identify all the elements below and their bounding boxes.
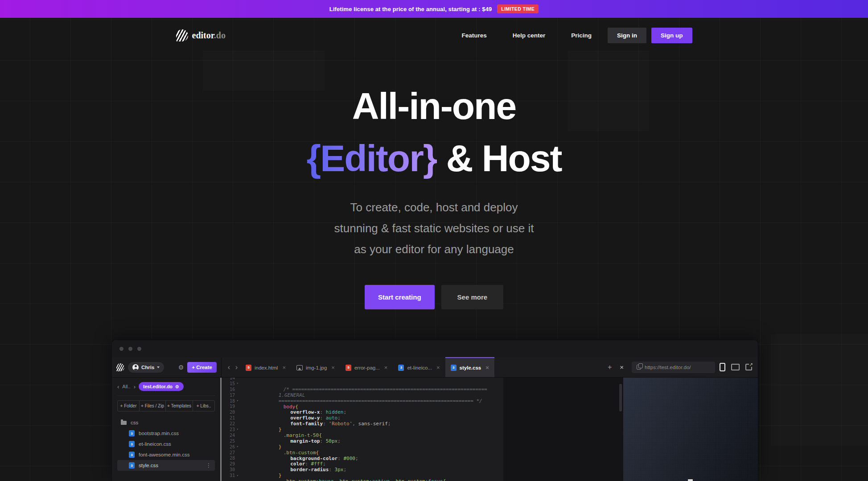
bg-patch <box>203 50 325 91</box>
line-number: 21 <box>222 415 235 420</box>
line-number: 17 <box>222 393 235 398</box>
fold-caret-icon[interactable]: ▾ <box>235 474 240 477</box>
file-menu-icon[interactable]: ⋮ <box>206 462 211 469</box>
line-number: 15 <box>222 381 235 386</box>
create-button[interactable]: + Create <box>187 362 217 373</box>
folder-row[interactable]: css <box>117 417 215 428</box>
start-creating-button[interactable]: Start creating <box>365 285 435 309</box>
desktop-view-icon[interactable] <box>731 364 740 370</box>
landing-page: Lifetime license at the price of the ann… <box>0 0 868 481</box>
css-file-icon <box>129 452 135 458</box>
mobile-view-icon[interactable] <box>720 363 725 371</box>
code-token: .btn-custom <box>393 478 425 481</box>
editor-tab[interactable]: img-1.jpg × <box>291 357 340 377</box>
file-type-icon <box>346 365 351 371</box>
breadcrumb-all[interactable]: All.. <box>122 384 130 389</box>
logo-suffix: .do <box>214 30 226 40</box>
code-token: .btn-custom <box>284 478 316 481</box>
sign-in-button[interactable]: Sign in <box>608 28 646 43</box>
explorer-action-button[interactable]: + Files / Zip <box>140 401 166 411</box>
bg-patch <box>568 50 649 132</box>
bg-patch <box>771 334 868 446</box>
editor-tab[interactable]: et-lineico... × <box>393 357 445 377</box>
tab-close-icon[interactable]: × <box>436 364 440 371</box>
explorer-action-button[interactable]: + Folder <box>118 401 140 411</box>
site-header: editor.do FeaturesHelp centerPricing Sig… <box>176 18 692 53</box>
file-name: bootstrap.min.css <box>139 431 179 436</box>
hero-title-accent: {Editor} <box>306 137 436 179</box>
file-row[interactable]: et-lineicon.css ⋮ <box>117 439 215 449</box>
line-number: 14 <box>222 378 235 380</box>
settings-gear-icon[interactable]: ⚙ <box>178 364 184 371</box>
tabs: index.html × img-1.jpg × error-pag... <box>240 357 494 377</box>
toolbar-left: Chris ⚙ + Create <box>112 357 222 377</box>
code-token: sans-serif <box>358 421 388 427</box>
code-token: :focus <box>425 478 443 481</box>
line-number: 18 <box>222 399 235 403</box>
close-preview-icon[interactable]: × <box>616 357 627 377</box>
line-number: 28 <box>222 456 235 460</box>
window-dot <box>119 347 123 351</box>
url-bar[interactable]: https://test.editor.do/ <box>632 362 715 373</box>
limited-time-badge: LIMITED TIME <box>497 4 539 13</box>
breadcrumb-back-icon[interactable]: ‹ <box>117 383 119 390</box>
hero-subtitle: To create, code, host and deploystunning… <box>0 197 868 260</box>
breadcrumb-separator-icon: › <box>134 383 136 390</box>
promo-banner: Lifetime license at the price of the ann… <box>0 0 868 18</box>
project-pill[interactable]: test.editor.do ⚙ <box>139 382 184 391</box>
tab-close-icon[interactable]: × <box>331 364 335 371</box>
file-row[interactable]: style.css ⋮ <box>117 460 215 471</box>
window-titlebar <box>112 340 758 357</box>
line-number: 19 <box>222 404 235 409</box>
user-menu[interactable]: Chris <box>128 362 164 373</box>
logo-icon <box>176 29 188 41</box>
tab-back-icon[interactable]: ‹ <box>225 357 233 377</box>
file-name: et-lineicon.css <box>139 441 171 447</box>
see-more-button[interactable]: See more <box>441 285 504 309</box>
editor-tab[interactable]: style.css × <box>445 357 494 377</box>
app-logo-icon[interactable] <box>116 363 124 371</box>
hero-title-line1: All-in-one <box>0 80 868 132</box>
explorer-actions: + Folder+ Files / Zip+ Templates+ Libs.. <box>117 400 215 411</box>
line-number: 24 <box>222 433 235 438</box>
css-file-icon <box>129 441 135 447</box>
window-dot <box>128 347 132 351</box>
tab-forward-icon[interactable]: › <box>233 357 240 377</box>
editor-scrollbar[interactable] <box>619 384 622 411</box>
code-token: ; <box>388 421 391 427</box>
code-token: ; <box>355 456 358 461</box>
line-number: 22 <box>222 421 235 426</box>
nav-item[interactable]: Pricing <box>571 32 592 39</box>
code-token: 'Roboto' <box>329 421 352 427</box>
line-number: 31 <box>222 473 235 478</box>
editor-tab[interactable]: index.html × <box>240 357 291 377</box>
explorer-action-button[interactable]: + Templates <box>166 401 193 411</box>
open-external-icon[interactable]: ↗ <box>745 364 752 370</box>
css-file-icon <box>129 462 135 469</box>
tab-close-icon[interactable]: × <box>282 364 286 371</box>
editor-tab[interactable]: error-pag... × <box>340 357 393 377</box>
line-number: 29 <box>222 461 235 466</box>
project-settings-icon[interactable]: ⚙ <box>175 384 179 389</box>
hero-title-line2: {Editor} & Host <box>0 132 868 185</box>
editor-app-window: Chris ⚙ + Create ‹ › index.html × <box>111 340 758 481</box>
sign-up-button[interactable]: Sign up <box>651 28 692 43</box>
nav-item[interactable]: Help center <box>513 32 546 39</box>
copy-url-icon[interactable] <box>637 365 641 370</box>
file-row[interactable]: bootstrap.min.css ⋮ <box>117 428 215 439</box>
file-rows: bootstrap.min.css ⋮ et-lineicon.css ⋮ <box>117 428 215 471</box>
file-tree: css bootstrap.min.css ⋮ <box>117 417 215 481</box>
new-tab-icon[interactable]: + <box>603 357 616 377</box>
code-token: :active <box>369 478 390 481</box>
tab-close-icon[interactable]: × <box>485 364 489 371</box>
hero-title-rest: & Host <box>437 137 562 179</box>
promo-text: Lifetime license at the price of the ann… <box>329 6 492 12</box>
folder-name: css <box>131 420 138 425</box>
explorer-action-button[interactable]: + Libs.. <box>193 401 214 411</box>
css-file-icon <box>129 430 135 436</box>
file-row[interactable]: font-awesome.min.css ⋮ <box>117 449 215 460</box>
nav-item[interactable]: Features <box>461 32 486 39</box>
live-preview-pane[interactable] <box>623 378 758 481</box>
tab-close-icon[interactable]: × <box>384 364 388 371</box>
logo[interactable]: editor.do <box>176 29 226 41</box>
